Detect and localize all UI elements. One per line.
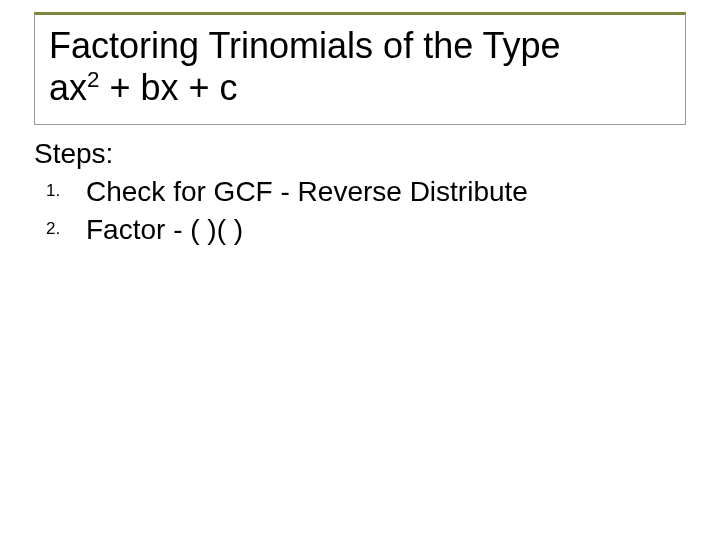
title-line-1: Factoring Trinomials of the Type — [49, 25, 675, 67]
steps-list: Check for GCF - Reverse Distribute Facto… — [34, 173, 686, 249]
title-expr-rest: + bx + c — [99, 67, 237, 108]
title-expr-exponent: 2 — [87, 67, 99, 92]
title-box: Factoring Trinomials of the Type ax2 + b… — [34, 12, 686, 125]
list-item: Factor - ( )( ) — [86, 211, 686, 249]
body-box: Steps: Check for GCF - Reverse Distribut… — [34, 136, 686, 249]
title-line-2: ax2 + bx + c — [49, 67, 675, 109]
list-item: Check for GCF - Reverse Distribute — [86, 173, 686, 211]
slide: Factoring Trinomials of the Type ax2 + b… — [0, 0, 720, 540]
steps-heading: Steps: — [34, 136, 686, 171]
title-expr-a: ax — [49, 67, 87, 108]
